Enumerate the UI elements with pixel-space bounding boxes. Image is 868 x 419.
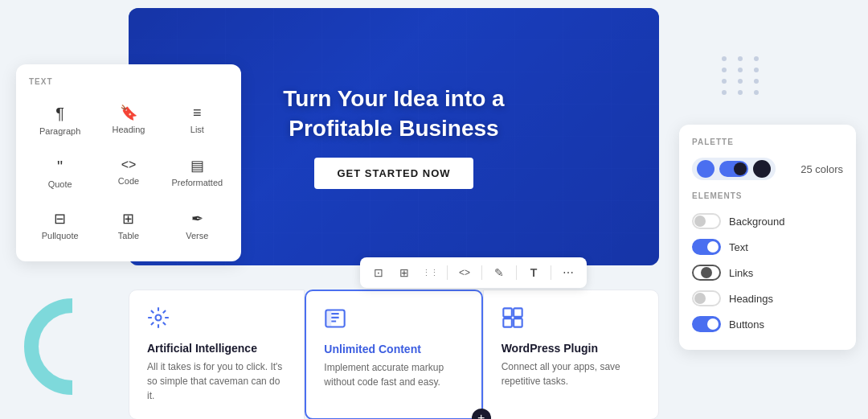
dot-decoration-top (722, 56, 764, 95)
plugin-icon (502, 306, 641, 334)
verse-label: Verse (186, 231, 208, 240)
text-panel: TEXT ¶ Paragraph 🔖 Heading ≡ List " Quot… (16, 64, 241, 261)
background-element-label: Background (729, 216, 784, 228)
text-grid: ¶ Paragraph 🔖 Heading ≡ List " Quote <> … (29, 97, 228, 249)
headings-element-label: Headings (729, 293, 773, 305)
content-icon (324, 307, 463, 335)
list-label: List (190, 125, 204, 134)
element-row-buttons: Buttons (692, 311, 843, 337)
elements-label: ELEMENTS (692, 191, 843, 200)
text-item-pullquote[interactable]: ⊟ Pullquote (29, 203, 91, 249)
plugin-desc: Connect all your apps, save repetitive t… (502, 359, 641, 388)
paragraph-label: Paragraph (39, 126, 80, 136)
element-row-background: Background (692, 208, 843, 234)
content-title: Unlimited Content (324, 343, 463, 355)
toolbar-layout-icon[interactable]: ⊡ (368, 262, 389, 283)
list-icon: ≡ (193, 105, 202, 120)
text-panel-label: TEXT (29, 77, 228, 86)
pullquote-icon: ⊟ (54, 212, 66, 226)
paragraph-icon: ¶ (55, 105, 64, 121)
toolbar-pen-icon[interactable]: ✎ (489, 262, 510, 283)
preformatted-icon: ▤ (190, 158, 204, 173)
text-item-table[interactable]: ⊞ Table (97, 203, 159, 249)
code-icon: <> (121, 158, 137, 171)
text-item-preformatted[interactable]: ▤ Preformatted (166, 150, 228, 197)
text-item-heading[interactable]: 🔖 Heading (97, 97, 159, 144)
toolbar-divider-3 (516, 265, 517, 280)
ai-title: Artificial Intelligence (147, 342, 286, 355)
ai-desc: All it takes is for you to click. It's s… (147, 359, 286, 403)
buttons-toggle[interactable] (692, 316, 721, 332)
toolbar-divider-4 (551, 265, 551, 280)
svg-rect-6 (514, 318, 522, 327)
hero-title: Turn Your Idea into a Profitable Busines… (283, 84, 504, 143)
palette-header: 25 colors (692, 158, 843, 180)
pullquote-label: Pullquote (42, 231, 79, 240)
plugin-title: WordPress Plugin (502, 342, 641, 355)
links-toggle[interactable] (692, 265, 721, 281)
text-item-list[interactable]: ≡ List (166, 97, 228, 144)
toolbar-code-icon[interactable]: <> (454, 262, 475, 283)
teal-arc-decoration (24, 298, 121, 395)
feature-cards: Artificial Intelligence All it takes is … (129, 290, 659, 419)
feature-card-content[interactable]: Unlimited Content Implement accurate mar… (305, 290, 482, 419)
svg-rect-3 (503, 308, 512, 317)
links-element-label: Links (729, 267, 753, 279)
color-toggle[interactable] (719, 161, 748, 177)
text-item-quote[interactable]: " Quote (29, 150, 91, 197)
svg-rect-4 (514, 308, 522, 317)
palette-panel: PALETTE 25 colors ELEMENTS Background Te… (679, 125, 856, 350)
toolbar-more-icon[interactable]: ⋯ (558, 262, 579, 283)
heading-icon: 🔖 (120, 105, 137, 120)
element-row-text: Text (692, 234, 843, 260)
feature-card-ai[interactable]: Artificial Intelligence All it takes is … (129, 290, 305, 419)
headings-toggle[interactable] (692, 290, 721, 306)
hero-cta-button[interactable]: GET STARTED NOW (314, 158, 473, 189)
toolbar-divider-1 (447, 265, 448, 280)
table-icon: ⊞ (122, 212, 134, 226)
svg-rect-2 (326, 310, 332, 327)
ai-icon (147, 306, 286, 334)
swatch-blue (697, 160, 714, 178)
code-label: Code (118, 176, 139, 186)
palette-swatches (692, 158, 776, 180)
element-row-headings: Headings (692, 285, 843, 311)
palette-toggle-group[interactable] (692, 158, 776, 180)
quote-label: Quote (48, 179, 72, 189)
buttons-element-label: Buttons (729, 318, 764, 331)
toolbar-text-icon[interactable]: T (523, 262, 544, 283)
toolbar-drag-icon[interactable]: ⋮⋮ (420, 262, 440, 283)
verse-icon: ✒ (191, 212, 203, 226)
colors-count: 25 colors (800, 163, 843, 175)
swatch-dark (753, 160, 771, 178)
feature-card-plugin[interactable]: WordPress Plugin Connect all your apps, … (483, 290, 659, 419)
toolbar-columns-icon[interactable]: ⊞ (394, 262, 415, 283)
text-toggle[interactable] (692, 239, 721, 255)
svg-point-0 (156, 315, 162, 321)
text-item-code[interactable]: <> Code (97, 150, 159, 197)
text-item-verse[interactable]: ✒ Verse (166, 203, 228, 249)
toolbar-divider-2 (481, 265, 482, 280)
table-label: Table (118, 231, 139, 240)
palette-label: PALETTE (692, 138, 843, 146)
text-item-paragraph[interactable]: ¶ Paragraph (29, 97, 91, 144)
background-toggle[interactable] (692, 213, 721, 229)
svg-rect-5 (503, 318, 512, 327)
preformatted-label: Preformatted (172, 178, 223, 187)
quote-icon: " (57, 158, 63, 175)
element-row-links: Links (692, 260, 843, 285)
heading-label: Heading (113, 125, 145, 134)
content-desc: Implement accurate markup without code f… (324, 360, 463, 389)
text-element-label: Text (729, 241, 748, 253)
editor-toolbar: ⊡ ⊞ ⋮⋮ <> ✎ T ⋯ (360, 257, 587, 288)
